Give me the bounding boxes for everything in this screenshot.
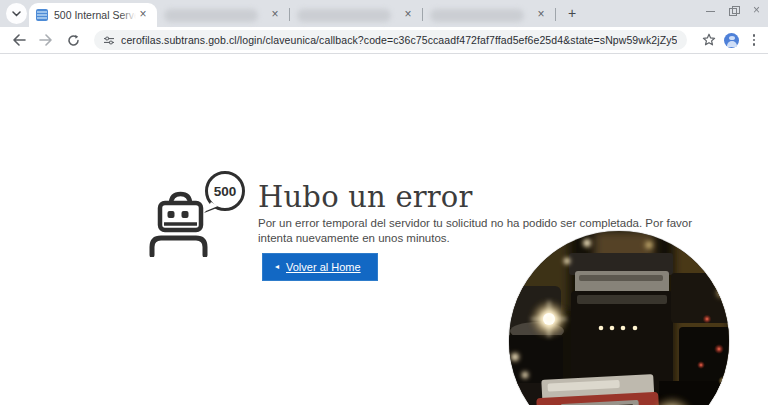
redacted-tab-label <box>164 9 258 22</box>
back-button[interactable] <box>7 28 31 52</box>
tab-close-icon[interactable]: × <box>268 8 282 22</box>
back-home-button[interactable]: ◂ Volver al Home <box>262 253 378 281</box>
error-page: 500 Hubo un error Por un error temporal … <box>0 54 768 405</box>
url-text: cerofilas.subtrans.gob.cl/login/claveuni… <box>121 34 677 46</box>
restore-window-icon[interactable] <box>728 5 739 16</box>
tab-close-icon[interactable]: × <box>534 8 548 22</box>
browser-toolbar: cerofilas.subtrans.gob.cl/login/claveuni… <box>0 27 768 54</box>
forward-arrow-icon <box>39 34 53 46</box>
tab-error-page[interactable]: 500 Internal Server erro × <box>29 3 157 27</box>
chevron-down-icon <box>12 11 21 17</box>
tab-separator <box>555 8 556 21</box>
error-message-line1: Por un error temporal del servidor tu so… <box>258 216 698 231</box>
tab-close-icon[interactable]: × <box>136 8 150 22</box>
forward-button[interactable] <box>34 28 58 52</box>
profile-avatar[interactable] <box>724 33 739 48</box>
address-bar[interactable]: cerofilas.subtrans.gob.cl/login/claveuni… <box>94 30 687 50</box>
left-arrow-icon: ◂ <box>275 263 279 271</box>
site-info-icon[interactable] <box>104 35 114 46</box>
page-title: Hubo un error <box>258 180 473 214</box>
tab-redacted-1[interactable]: × <box>157 3 289 27</box>
tab-redacted-2[interactable]: × <box>290 3 422 27</box>
redacted-tab-label <box>297 9 391 22</box>
new-tab-button[interactable]: + <box>562 4 582 24</box>
toolbar-right <box>697 28 761 52</box>
reload-button[interactable] <box>61 28 85 52</box>
close-window-icon[interactable]: × <box>751 5 762 16</box>
minimize-icon[interactable] <box>705 5 716 16</box>
browser-menu-button[interactable] <box>747 32 761 48</box>
tab-search-button[interactable] <box>6 3 27 24</box>
bookmark-button[interactable] <box>697 28 721 52</box>
tab-redacted-3[interactable]: × <box>423 3 555 27</box>
star-icon <box>702 33 716 47</box>
tab-strip: 500 Internal Server erro × × × × + × <box>0 0 768 27</box>
redacted-tab-label <box>430 9 524 22</box>
tab-close-icon[interactable]: × <box>401 8 415 22</box>
reload-icon <box>67 34 80 47</box>
back-arrow-icon <box>12 34 26 46</box>
error-code-label: 500 <box>214 184 237 199</box>
site-favicon-icon <box>36 9 48 21</box>
window-controls: × <box>705 3 762 17</box>
tab-title: 500 Internal Server erro <box>54 9 136 21</box>
traffic-jam-photo <box>508 230 730 405</box>
robot-error-icon: 500 <box>147 171 251 257</box>
